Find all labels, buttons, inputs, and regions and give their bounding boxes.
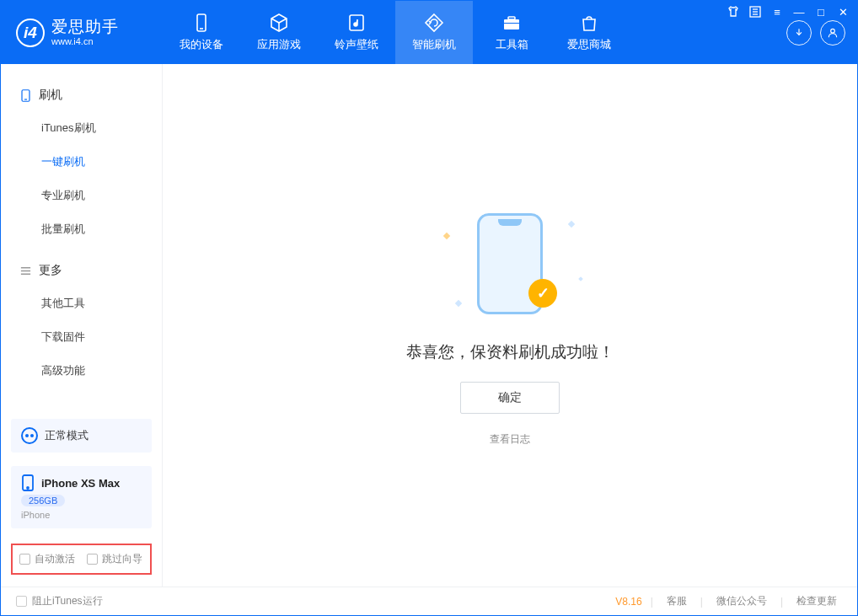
tab-apps[interactable]: 应用游戏 bbox=[240, 1, 318, 64]
app-title: 爱思助手 bbox=[51, 19, 119, 36]
update-link[interactable]: 检查更新 bbox=[791, 594, 842, 608]
checkbox-label: 跳过向导 bbox=[102, 552, 142, 566]
maximize-icon[interactable]: □ bbox=[814, 5, 828, 19]
bag-icon bbox=[579, 13, 599, 33]
download-icon bbox=[793, 27, 805, 39]
sidebar-item-firmware[interactable]: 下载固件 bbox=[1, 320, 162, 354]
tab-flash[interactable]: 智能刷机 bbox=[395, 1, 473, 64]
device-card[interactable]: iPhone XS Max 256GB iPhone bbox=[11, 466, 152, 528]
sidebar-item-batch[interactable]: 批量刷机 bbox=[1, 212, 162, 246]
checkbox-autoactivate[interactable]: 自动激活 bbox=[19, 552, 75, 566]
wechat-link[interactable]: 微信公众号 bbox=[711, 594, 772, 608]
minimize-icon[interactable]: — bbox=[792, 5, 806, 19]
tab-label: 我的设备 bbox=[180, 37, 223, 52]
svg-rect-8 bbox=[504, 19, 519, 29]
titlebar: ≡ — □ ✕ i4 爱思助手 www.i4.cn 我的设备 应用游戏 铃声壁纸 bbox=[1, 1, 857, 64]
checkbox-icon bbox=[87, 554, 98, 565]
sidebar-item-oneclick[interactable]: 一键刷机 bbox=[1, 145, 162, 179]
svg-rect-10 bbox=[504, 23, 519, 24]
window-controls: ≡ — □ ✕ bbox=[727, 5, 850, 19]
checkbox-label: 阻止iTunes运行 bbox=[32, 594, 103, 608]
device-storage: 256GB bbox=[21, 495, 65, 506]
view-log-link[interactable]: 查看日志 bbox=[490, 432, 530, 447]
tab-label: 爱思商城 bbox=[567, 37, 611, 52]
check-icon: ✓ bbox=[528, 279, 557, 308]
logo: i4 爱思助手 www.i4.cn bbox=[1, 19, 163, 47]
checkbox-skipguide[interactable]: 跳过向导 bbox=[87, 552, 142, 566]
section-label: 刷机 bbox=[39, 88, 62, 103]
tab-toolbox[interactable]: 工具箱 bbox=[473, 1, 550, 64]
tab-label: 应用游戏 bbox=[257, 37, 301, 52]
sidebar-item-other[interactable]: 其他工具 bbox=[1, 287, 162, 320]
support-link[interactable]: 客服 bbox=[662, 594, 692, 608]
svg-point-12 bbox=[831, 29, 835, 33]
logo-badge-icon: i4 bbox=[16, 19, 45, 47]
sidebar: 刷机 iTunes刷机 一键刷机 专业刷机 批量刷机 更多 其他工具 下载固件 … bbox=[1, 64, 163, 587]
shirt-icon[interactable] bbox=[727, 5, 740, 19]
sidebar-section-flash: 刷机 bbox=[1, 79, 162, 111]
tab-device[interactable]: 我的设备 bbox=[163, 1, 240, 64]
cube-icon bbox=[269, 13, 289, 33]
svg-point-19 bbox=[27, 487, 29, 489]
success-message: 恭喜您，保资料刷机成功啦！ bbox=[406, 341, 614, 363]
main-content: ✓ 恭喜您，保资料刷机成功啦！ 确定 查看日志 bbox=[163, 64, 857, 587]
toolbox-icon bbox=[501, 13, 522, 33]
checkbox-icon bbox=[19, 554, 30, 565]
confirm-button[interactable]: 确定 bbox=[460, 382, 560, 414]
svg-rect-9 bbox=[508, 17, 515, 19]
checkbox-label: 自动激活 bbox=[35, 552, 75, 566]
menu-icon[interactable]: ≡ bbox=[770, 5, 784, 19]
tab-store[interactable]: 爱思商城 bbox=[550, 1, 628, 64]
app-url: www.i4.cn bbox=[51, 36, 119, 46]
mode-label: 正常模式 bbox=[45, 428, 88, 443]
user-icon bbox=[827, 27, 839, 39]
device-small-icon bbox=[21, 474, 35, 491]
music-icon bbox=[346, 13, 367, 33]
success-illustration: ✓ bbox=[434, 205, 586, 323]
flash-options-highlight: 自动激活 跳过向导 bbox=[11, 544, 152, 575]
download-button[interactable] bbox=[786, 20, 812, 46]
mode-icon bbox=[21, 427, 38, 444]
device-icon bbox=[191, 13, 212, 33]
sidebar-item-pro[interactable]: 专业刷机 bbox=[1, 179, 162, 212]
close-icon[interactable]: ✕ bbox=[836, 5, 850, 19]
tab-label: 铃声壁纸 bbox=[335, 37, 378, 52]
list-icon bbox=[19, 265, 32, 277]
main-tabs: 我的设备 应用游戏 铃声壁纸 智能刷机 工具箱 爱思商城 bbox=[163, 1, 628, 64]
sidebar-item-itunes[interactable]: iTunes刷机 bbox=[1, 111, 162, 145]
version-label: V8.16 bbox=[615, 596, 641, 608]
mode-card[interactable]: 正常模式 bbox=[11, 419, 152, 453]
device-type: iPhone bbox=[21, 510, 50, 520]
device-name: iPhone XS Max bbox=[41, 477, 120, 490]
checkbox-icon bbox=[16, 596, 27, 607]
tab-ringtones[interactable]: 铃声壁纸 bbox=[318, 1, 395, 64]
list-icon[interactable] bbox=[748, 5, 762, 19]
phone-small-icon bbox=[19, 89, 32, 102]
sidebar-section-more: 更多 bbox=[1, 254, 162, 287]
sidebar-item-advanced[interactable]: 高级功能 bbox=[1, 354, 162, 388]
tab-label: 智能刷机 bbox=[412, 37, 456, 52]
refresh-icon bbox=[424, 13, 444, 33]
statusbar: 阻止iTunes运行 V8.16 | 客服 | 微信公众号 | 检查更新 bbox=[1, 587, 857, 615]
tab-label: 工具箱 bbox=[496, 37, 528, 52]
checkbox-blockitunes[interactable]: 阻止iTunes运行 bbox=[16, 594, 103, 608]
section-label: 更多 bbox=[39, 263, 62, 278]
user-button[interactable] bbox=[820, 20, 845, 46]
